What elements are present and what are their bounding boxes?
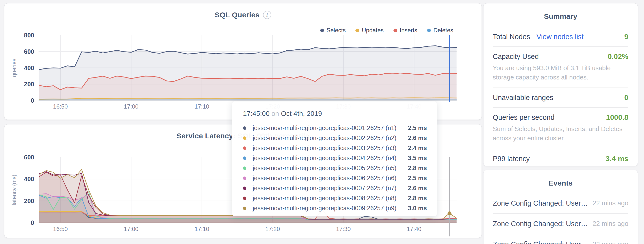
node-latency-value: 2.8 ms	[408, 165, 427, 172]
summary-row-value: 1000.8	[606, 113, 628, 121]
event-time: 22 mins ago	[592, 240, 628, 244]
node-name: jesse-movr-multi-region-georeplicas-0009…	[253, 205, 403, 212]
node-name: jesse-movr-multi-region-georeplicas-0001…	[253, 125, 403, 132]
node-color-dot	[243, 187, 246, 190]
tooltip-conjunction: on	[272, 110, 279, 117]
y-tick-label: 400	[24, 65, 34, 71]
tooltip-node-row: jesse-movr-multi-region-georeplicas-0003…	[243, 143, 427, 153]
node-name: jesse-movr-multi-region-georeplicas-0006…	[253, 175, 403, 182]
y-tick-label: 0	[31, 97, 34, 104]
tooltip-node-row: jesse-movr-multi-region-georeplicas-0002…	[243, 133, 427, 143]
tooltip-time: 17:45:00	[243, 110, 270, 117]
summary-row-subtitle: Sum of Selects, Updates, Inserts, and De…	[493, 125, 628, 143]
events-rows: Zone Config Changed: User…22 mins agoZon…	[493, 193, 628, 244]
event-time: 22 mins ago	[592, 199, 628, 207]
view-nodes-list-link[interactable]: View nodes list	[536, 33, 584, 41]
sql-queries-header: SQL Queries i	[4, 11, 482, 19]
summary-panel: Summary Total NodesView nodes list9Capac…	[483, 3, 638, 166]
node-color-dot	[243, 157, 246, 160]
legend-dot	[356, 29, 359, 32]
tooltip-header: 17:45:00 on Oct 4th, 2019	[243, 110, 427, 117]
node-color-dot	[243, 137, 246, 140]
legend-dot	[427, 29, 431, 32]
summary-row-label: P99 latency	[493, 155, 530, 163]
summary-row: Queries per second1000.8Sum of Selects, …	[493, 107, 628, 148]
node-color-dot	[243, 177, 246, 180]
tooltip-node-row: jesse-movr-multi-region-georeplicas-0005…	[243, 163, 427, 173]
x-tick-label: 16:50	[53, 103, 68, 110]
node-latency-value: 3.5 ms	[408, 155, 427, 162]
summary-rows: Total NodesView nodes list9Capacity Used…	[493, 27, 628, 168]
summary-row-subtitle: You are using 593.0 MiB of 3.1 TiB usabl…	[493, 64, 628, 82]
tooltip-rows: jesse-movr-multi-region-georeplicas-0001…	[243, 123, 427, 213]
x-tick-label: 17:30	[336, 226, 351, 232]
tooltip-node-row: jesse-movr-multi-region-georeplicas-0006…	[243, 173, 427, 183]
summary-row: Unavailable ranges0	[493, 87, 628, 107]
x-tick-label: 17:20	[266, 226, 280, 232]
node-latency-value: 2.8 ms	[408, 195, 427, 202]
sql-queries-title: SQL Queries	[215, 11, 259, 19]
event-label: Zone Config Changed: User…	[493, 240, 587, 244]
node-latency-value: 2.5 ms	[408, 125, 427, 132]
node-name: jesse-movr-multi-region-georeplicas-0002…	[253, 135, 403, 142]
hover-point-dot	[448, 211, 452, 215]
summary-row: Capacity Used0.02%You are using 593.0 Mi…	[493, 46, 628, 87]
tooltip-node-row: jesse-movr-multi-region-georeplicas-0009…	[243, 203, 427, 213]
node-latency-value: 3.0 ms	[408, 205, 427, 212]
x-tick-label: 17:10	[195, 226, 209, 232]
event-time: 22 mins ago	[592, 220, 628, 228]
x-tick-label: 17:10	[195, 103, 209, 110]
summary-row-value: 0.02%	[608, 52, 628, 61]
event-row[interactable]: Zone Config Changed: User…22 mins ago	[493, 213, 628, 234]
event-row[interactable]: Zone Config Changed: User…22 mins ago	[493, 193, 628, 213]
y-axis-label: latency (ms)	[11, 175, 17, 205]
node-latency-value: 2.6 ms	[408, 135, 427, 142]
y-tick-label: 0	[31, 219, 34, 226]
node-color-dot	[243, 207, 246, 210]
node-name: jesse-movr-multi-region-georeplicas-0008…	[253, 195, 403, 202]
summary-row-label: Total Nodes	[493, 33, 530, 41]
summary-row-value: 9	[624, 33, 628, 41]
node-name: jesse-movr-multi-region-georeplicas-0004…	[253, 155, 403, 162]
y-tick-label: 200	[24, 81, 34, 87]
summary-title: Summary	[493, 12, 628, 21]
summary-row-label: Capacity Used	[493, 53, 539, 61]
y-tick-label: 200	[24, 198, 34, 204]
node-color-dot	[243, 197, 246, 200]
node-color-dot	[243, 147, 246, 150]
node-name: jesse-movr-multi-region-georeplicas-0005…	[253, 165, 403, 172]
node-latency-value: 2.6 ms	[408, 185, 427, 192]
y-tick-label: 600	[24, 154, 34, 161]
summary-row-label: Unavailable ranges	[493, 94, 553, 102]
node-color-dot	[243, 167, 246, 170]
event-label: Zone Config Changed: User…	[493, 199, 587, 207]
y-tick-label: 600	[24, 48, 34, 55]
x-tick-label: 17:00	[124, 226, 138, 232]
event-label: Zone Config Changed: User…	[493, 220, 587, 228]
chart-hover-tooltip: 17:45:00 on Oct 4th, 2019 jesse-movr-mul…	[232, 101, 437, 216]
summary-row-value: 0	[624, 93, 628, 102]
node-latency-value: 2.4 ms	[408, 145, 427, 152]
tooltip-node-row: jesse-movr-multi-region-georeplicas-0007…	[243, 183, 427, 193]
legend-dot	[394, 29, 397, 32]
x-tick-label: 17:40	[407, 226, 422, 232]
node-name: jesse-movr-multi-region-georeplicas-0007…	[253, 185, 403, 192]
y-tick-label: 400	[24, 176, 34, 182]
y-tick-label: 800	[24, 32, 34, 39]
summary-row: Total NodesView nodes list9	[493, 27, 628, 46]
events-panel: Events Zone Config Changed: User…22 mins…	[483, 170, 638, 244]
summary-row-label: Queries per second	[493, 113, 554, 121]
summary-row: P99 latency3.4 ms	[493, 149, 628, 168]
legend-dot	[320, 29, 324, 32]
y-axis-label: queries	[11, 59, 17, 77]
node-latency-value: 2.5 ms	[408, 175, 427, 182]
node-color-dot	[243, 127, 246, 130]
info-icon[interactable]: i	[263, 11, 271, 19]
event-row[interactable]: Zone Config Changed: User…22 mins ago	[493, 234, 628, 244]
x-tick-label: 16:50	[53, 226, 68, 232]
x-tick-label: 17:00	[124, 103, 138, 110]
summary-row-value: 3.4 ms	[606, 155, 628, 163]
tooltip-date: Oct 4th, 2019	[281, 110, 322, 117]
tooltip-node-row: jesse-movr-multi-region-georeplicas-0008…	[243, 193, 427, 203]
tooltip-node-row: jesse-movr-multi-region-georeplicas-0004…	[243, 153, 427, 163]
